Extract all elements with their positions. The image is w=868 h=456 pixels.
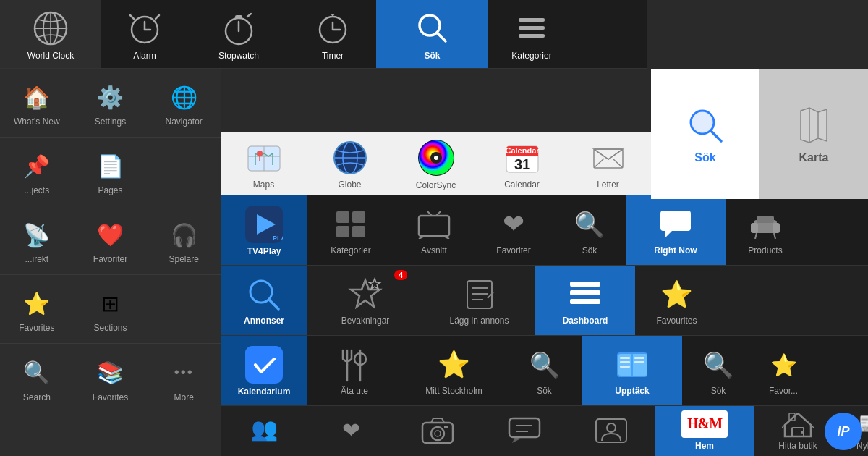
sidebar-item-settings[interactable]: ⚙️ Settings bbox=[74, 69, 148, 137]
sidebar-item-favorites[interactable]: ⭐ Favorites bbox=[0, 275, 74, 343]
camera-icon bbox=[421, 417, 454, 444]
search-kal2-icon: 🔍 bbox=[703, 347, 733, 383]
products-cell[interactable]: Products bbox=[726, 195, 805, 265]
dashboard-cell[interactable]: Dashboard bbox=[535, 266, 635, 335]
sidebar-item-search[interactable]: 🔍 Search bbox=[0, 344, 74, 413]
svg-line-15 bbox=[437, 33, 446, 41]
kalendarium-cell[interactable]: Kalendarium bbox=[221, 336, 307, 405]
favorites-label: Favorites bbox=[19, 323, 54, 333]
colorsync-cell[interactable]: ColorSync bbox=[393, 132, 479, 195]
notepad-icon bbox=[463, 276, 496, 313]
svg-rect-70 bbox=[570, 282, 600, 287]
hem-label: Hem bbox=[695, 441, 714, 451]
avsnitt-cell[interactable]: Avsnitt bbox=[394, 195, 474, 265]
sok-kal-cell[interactable]: 🔍 Sök bbox=[506, 336, 582, 405]
sok-cell[interactable]: Sök bbox=[376, 0, 488, 68]
lagg-in-cell[interactable]: Lägg in annons bbox=[423, 266, 535, 335]
sidebar-item-favorites2[interactable]: 📚 Favorites bbox=[74, 344, 148, 413]
kategorier-top-cell[interactable]: Kategorier bbox=[488, 0, 575, 68]
svg-rect-87 bbox=[620, 366, 630, 368]
favorites2-label: Favorites bbox=[93, 392, 128, 402]
letter-icon bbox=[590, 139, 627, 177]
alarm-cell[interactable]: Alarm bbox=[101, 0, 188, 68]
clock-app-row: World Clock Alarm bbox=[0, 0, 647, 69]
sidebar-item-whats-new[interactable]: 🏠 What's New bbox=[0, 69, 74, 137]
heart-bot-cell[interactable]: ❤ bbox=[307, 406, 394, 456]
contacts-bot-cell[interactable] bbox=[568, 406, 655, 456]
letter-cell[interactable]: Letter bbox=[565, 132, 651, 195]
sok-tv-label: Sök bbox=[582, 245, 597, 256]
sidebar-item-pages[interactable]: 📄 Pages bbox=[74, 138, 148, 206]
kategorier-tv-cell[interactable]: Kategorier bbox=[307, 195, 394, 265]
books-icon: 📚 bbox=[97, 356, 124, 389]
sidebar-item-spelare[interactable]: 🎧 Spelare bbox=[147, 206, 221, 274]
globe-cell[interactable]: Globe bbox=[307, 132, 393, 195]
search-tv-icon: 🔍 bbox=[574, 206, 605, 242]
menu-icon bbox=[512, 9, 551, 48]
sok-tv-cell[interactable]: 🔍 Sök bbox=[553, 195, 626, 265]
annonser-cell[interactable]: Annonser bbox=[221, 266, 307, 335]
svg-rect-88 bbox=[634, 357, 644, 359]
favourites-cell[interactable]: ⭐ Favourites bbox=[635, 266, 718, 335]
tv4play-cell[interactable]: PLAY TV4Play bbox=[221, 195, 307, 265]
alarm-label: Alarm bbox=[133, 51, 156, 61]
favor-cell[interactable]: ⭐ Favor... bbox=[754, 336, 812, 405]
left-row-2: 📌 ...jects 📄 Pages bbox=[0, 138, 221, 206]
kalendarium-label: Kalendarium bbox=[238, 387, 291, 397]
mitt-stockholm-cell[interactable]: ⭐ Mitt Stockholm bbox=[401, 336, 506, 405]
alarm-icon bbox=[125, 9, 164, 48]
sidebar-item-projects[interactable]: 📌 ...jects bbox=[0, 138, 74, 206]
globe-app-icon bbox=[331, 139, 369, 177]
karta-tab[interactable]: Karta bbox=[760, 69, 868, 199]
sidebar-item-navigator[interactable]: 🌐 Navigator bbox=[147, 69, 221, 137]
svg-point-31 bbox=[434, 156, 438, 160]
book-open-icon bbox=[614, 347, 650, 383]
sidebar-item-direkt[interactable]: 📡 ...irekt bbox=[0, 206, 74, 274]
sidebar-item-sections[interactable]: ⊞ Sections bbox=[74, 275, 148, 343]
hem-cell[interactable]: H&M Hem bbox=[655, 406, 754, 456]
heart-tv-icon: ❤ bbox=[503, 206, 524, 242]
sidebar-item-more[interactable]: ••• More bbox=[147, 344, 221, 413]
svg-rect-97 bbox=[596, 419, 626, 442]
sok-tab[interactable]: Sök bbox=[651, 69, 760, 199]
left-sidebar: 🏠 What's New ⚙️ Settings 🌐 Navigator 📌 .… bbox=[0, 69, 221, 456]
right-search-panel: Sök Karta bbox=[651, 69, 868, 199]
sok-tab-label: Sök bbox=[694, 151, 715, 164]
sidebar-item-favoriter[interactable]: ❤️ Favoriter bbox=[74, 206, 148, 274]
tv4play-label: TV4Play bbox=[247, 246, 281, 256]
favoriter-tv-cell[interactable]: ❤ Favoriter bbox=[474, 195, 553, 265]
camera-cell[interactable] bbox=[394, 406, 481, 456]
products-label: Products bbox=[748, 245, 782, 256]
calendar-cell[interactable]: 31 Calendar Calendar bbox=[479, 132, 565, 195]
stopwatch-cell[interactable]: Stopwatch bbox=[188, 0, 289, 68]
left-row-1: 🏠 What's New ⚙️ Settings 🌐 Navigator bbox=[0, 69, 221, 138]
karta-tab-icon bbox=[792, 104, 835, 147]
svg-rect-46 bbox=[352, 211, 365, 223]
svg-marker-37 bbox=[594, 149, 623, 159]
tv4play-row: PLAY TV4Play Kategorier bbox=[221, 195, 868, 266]
sok-kal2-label: Sök bbox=[711, 386, 726, 396]
favor-label: Favor... bbox=[769, 386, 798, 396]
svg-rect-93 bbox=[444, 426, 448, 428]
chat-bot-cell[interactable] bbox=[481, 406, 568, 456]
maps-label: Maps bbox=[253, 180, 274, 190]
svg-rect-11 bbox=[235, 15, 242, 19]
left-row-3: 📡 ...irekt ❤️ Favoriter 🎧 Spelare bbox=[0, 206, 221, 275]
right-now-cell[interactable]: Right Now bbox=[626, 195, 726, 265]
timer-cell[interactable]: Timer bbox=[289, 0, 376, 68]
search-magnifier-icon bbox=[413, 9, 452, 48]
svg-line-57 bbox=[755, 233, 757, 239]
people-cell[interactable]: 👥 bbox=[221, 406, 307, 456]
ata-ute-cell[interactable]: Äta ute bbox=[307, 336, 401, 405]
world-clock-cell[interactable]: World Clock bbox=[0, 0, 101, 68]
star-icon: ⭐ bbox=[23, 287, 50, 320]
bevakningar-cell[interactable]: 4 Bevakningar bbox=[307, 266, 423, 335]
svg-point-92 bbox=[435, 431, 441, 436]
sok-kal2-cell[interactable]: 🔍 Sök bbox=[682, 336, 754, 405]
maps-cell[interactable]: Maps bbox=[221, 132, 307, 195]
more-icon: ••• bbox=[174, 356, 194, 389]
mitt-star-icon: ⭐ bbox=[438, 347, 470, 383]
svg-line-58 bbox=[774, 233, 775, 239]
sok-label: Sök bbox=[424, 51, 440, 61]
upptack-cell[interactable]: Upptäck bbox=[582, 336, 682, 405]
